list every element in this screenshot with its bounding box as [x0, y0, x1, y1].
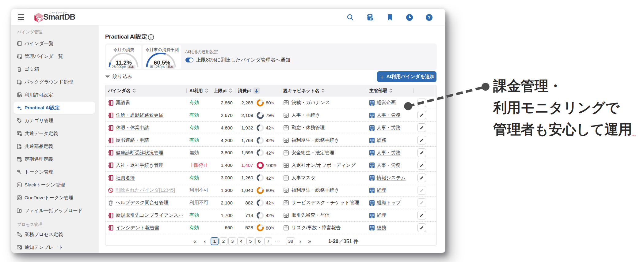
svg-text:S: S [18, 183, 20, 187]
svg-text:?: ? [428, 15, 430, 20]
